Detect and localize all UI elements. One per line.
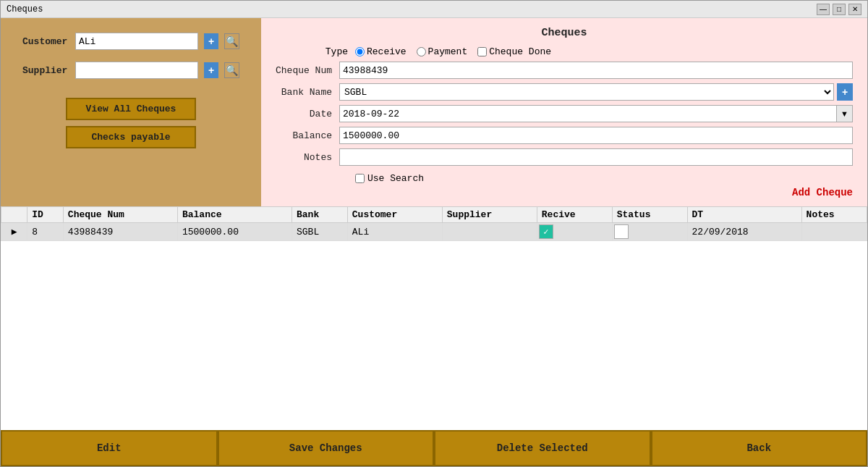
use-search-checkbox[interactable] xyxy=(355,174,365,183)
view-all-cheques-btn[interactable]: View All Cheques xyxy=(66,98,196,120)
edit-btn[interactable]: Edit xyxy=(1,430,218,466)
window-title: Cheques xyxy=(7,4,43,14)
form-grid: Cheque Num Bank Name SGBL + Date ▼ xyxy=(276,62,853,166)
col-header-bank: Bank xyxy=(292,207,348,223)
date-label: Date xyxy=(276,109,332,119)
content-area: Customer + 🔍 Supplier + 🔍 View All Chequ… xyxy=(1,18,867,430)
bank-name-wrapper: SGBL + xyxy=(339,83,853,101)
cell-customer: ALi xyxy=(347,223,442,241)
bottom-toolbar: Edit Save Changes Delete Selected Back xyxy=(1,430,867,466)
minimize-btn[interactable]: — xyxy=(817,4,830,15)
calendar-btn[interactable]: ▼ xyxy=(837,105,853,122)
status-checkbox[interactable] xyxy=(614,224,629,239)
table-header-row: ID Cheque Num Balance Bank Customer Supp… xyxy=(1,207,867,223)
col-header-status: Status xyxy=(612,207,687,223)
date-input[interactable] xyxy=(339,105,837,122)
cell-supplier xyxy=(442,223,537,241)
col-header-supplier: Supplier xyxy=(442,207,537,223)
date-wrapper: ▼ xyxy=(339,105,853,122)
type-cheque-done[interactable]: Cheque Done xyxy=(477,46,551,57)
cell-status[interactable] xyxy=(612,223,687,241)
top-content: Customer + 🔍 Supplier + 🔍 View All Chequ… xyxy=(1,18,867,206)
close-btn[interactable]: ✕ xyxy=(848,4,861,15)
notes-label: Notes xyxy=(276,152,332,163)
add-bank-btn[interactable]: + xyxy=(837,83,853,101)
bank-name-label: Bank Name xyxy=(276,87,332,98)
col-header-recive: Recive xyxy=(537,207,612,223)
notes-input[interactable] xyxy=(339,148,853,166)
add-customer-btn[interactable]: + xyxy=(204,33,218,49)
cell-notes xyxy=(801,223,867,241)
type-radio-group: Receive Payment Cheque Done xyxy=(355,46,551,57)
cell-recive[interactable]: ✓ xyxy=(537,223,612,241)
action-buttons: View All Cheques Checks payable xyxy=(22,98,239,148)
cell-dt: 22/09/2018 xyxy=(687,223,801,241)
customer-label: Customer xyxy=(22,36,69,47)
col-header-dt: DT xyxy=(687,207,801,223)
cheque-num-input[interactable] xyxy=(339,62,853,79)
cell-id: 8 xyxy=(27,223,64,241)
customer-row: Customer + 🔍 xyxy=(22,33,239,50)
right-panel: Cheques Type Receive Payment xyxy=(261,18,867,206)
delete-selected-btn[interactable]: Delete Selected xyxy=(434,430,651,466)
cell-bank: SGBL xyxy=(292,223,348,241)
add-cheque-btn[interactable]: Add Cheque xyxy=(276,187,853,198)
balance-input[interactable] xyxy=(339,127,853,144)
col-header-indicator xyxy=(1,207,27,223)
maximize-btn[interactable]: □ xyxy=(833,4,846,15)
cell-chequeNum: 43988439 xyxy=(63,223,177,241)
table-area: ID Cheque Num Balance Bank Customer Supp… xyxy=(1,206,867,430)
table-row[interactable]: ▶8439884391500000.00SGBLALi✓22/09/2018 xyxy=(1,223,867,241)
title-bar-controls: — □ ✕ xyxy=(817,4,861,15)
col-header-id: ID xyxy=(27,207,64,223)
col-header-notes: Notes xyxy=(801,207,867,223)
supplier-input[interactable] xyxy=(75,62,198,79)
title-bar: Cheques — □ ✕ xyxy=(1,1,867,18)
right-panel-title: Cheques xyxy=(276,27,853,39)
add-supplier-btn[interactable]: + xyxy=(204,62,218,78)
back-btn[interactable]: Back xyxy=(651,430,868,466)
supplier-label: Supplier xyxy=(22,65,69,76)
cheque-num-label: Cheque Num xyxy=(276,65,332,76)
search-supplier-btn[interactable]: 🔍 xyxy=(224,62,239,78)
save-changes-btn[interactable]: Save Changes xyxy=(218,430,435,466)
use-search-label: Use Search xyxy=(367,173,424,184)
col-header-customer: Customer xyxy=(347,207,442,223)
search-customer-btn[interactable]: 🔍 xyxy=(224,33,239,49)
customer-input[interactable] xyxy=(75,33,198,50)
supplier-row: Supplier + 🔍 xyxy=(22,62,239,79)
cell-balance: 1500000.00 xyxy=(177,223,292,241)
bank-name-select[interactable]: SGBL xyxy=(339,83,834,101)
checks-payable-btn[interactable]: Checks payable xyxy=(66,126,196,148)
row-indicator: ▶ xyxy=(1,223,27,241)
col-header-cheque-num: Cheque Num xyxy=(63,207,177,223)
recive-checkbox[interactable]: ✓ xyxy=(539,224,553,239)
balance-label: Balance xyxy=(276,130,332,141)
type-receive[interactable]: Receive xyxy=(355,46,407,57)
col-header-balance: Balance xyxy=(177,207,292,223)
use-search-row[interactable]: Use Search xyxy=(355,173,424,184)
type-label: Type xyxy=(276,46,348,57)
type-payment[interactable]: Payment xyxy=(417,46,468,57)
left-panel: Customer + 🔍 Supplier + 🔍 View All Chequ… xyxy=(1,18,261,206)
cheques-table: ID Cheque Num Balance Bank Customer Supp… xyxy=(1,206,867,241)
app-window: Cheques — □ ✕ Customer + 🔍 Supplier xyxy=(0,0,868,467)
